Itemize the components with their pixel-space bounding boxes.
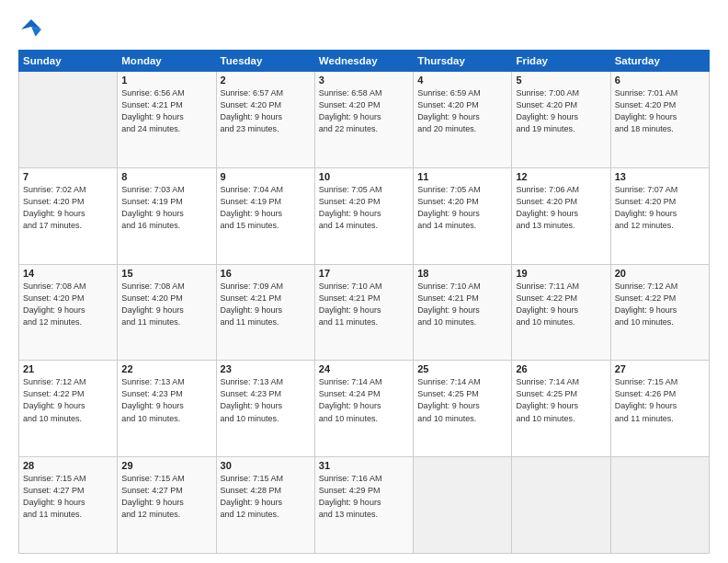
calendar-cell <box>512 457 610 554</box>
weekday-header-row: SundayMondayTuesdayWednesdayThursdayFrid… <box>19 51 710 72</box>
day-number: 14 <box>23 268 113 279</box>
day-number: 4 <box>417 75 507 86</box>
calendar-cell: 6Sunrise: 7:01 AM Sunset: 4:20 PM Daylig… <box>610 72 709 168</box>
calendar-week-3: 14Sunrise: 7:08 AM Sunset: 4:20 PM Dayli… <box>19 264 710 361</box>
day-number: 23 <box>221 363 311 374</box>
weekday-header-sunday: Sunday <box>19 51 118 72</box>
calendar-page: SundayMondayTuesdayWednesdayThursdayFrid… <box>0 0 728 563</box>
calendar-cell: 26Sunrise: 7:14 AM Sunset: 4:25 PM Dayli… <box>512 361 610 457</box>
calendar-cell: 2Sunrise: 6:57 AM Sunset: 4:20 PM Daylig… <box>216 72 314 168</box>
day-info: Sunrise: 7:08 AM Sunset: 4:20 PM Dayligh… <box>23 281 113 328</box>
calendar-cell: 15Sunrise: 7:08 AM Sunset: 4:20 PM Dayli… <box>118 264 216 361</box>
calendar-cell: 16Sunrise: 7:09 AM Sunset: 4:21 PM Dayli… <box>216 264 314 361</box>
weekday-header-tuesday: Tuesday <box>216 51 314 72</box>
weekday-header-monday: Monday <box>118 51 216 72</box>
day-number: 5 <box>516 75 606 86</box>
calendar-cell: 23Sunrise: 7:13 AM Sunset: 4:23 PM Dayli… <box>216 361 314 457</box>
day-number: 12 <box>516 171 606 182</box>
calendar-cell: 5Sunrise: 7:00 AM Sunset: 4:20 PM Daylig… <box>512 72 610 168</box>
day-info: Sunrise: 7:14 AM Sunset: 4:24 PM Dayligh… <box>319 376 409 424</box>
calendar-cell: 8Sunrise: 7:03 AM Sunset: 4:19 PM Daylig… <box>118 167 216 264</box>
calendar-table: SundayMondayTuesdayWednesdayThursdayFrid… <box>18 50 710 554</box>
day-number: 1 <box>121 75 211 86</box>
calendar-cell: 27Sunrise: 7:15 AM Sunset: 4:26 PM Dayli… <box>610 361 709 457</box>
day-info: Sunrise: 7:04 AM Sunset: 4:19 PM Dayligh… <box>221 184 311 232</box>
calendar-cell: 12Sunrise: 7:06 AM Sunset: 4:20 PM Dayli… <box>512 167 610 264</box>
day-number: 31 <box>319 460 409 471</box>
day-number: 24 <box>319 363 409 374</box>
day-info: Sunrise: 7:15 AM Sunset: 4:27 PM Dayligh… <box>121 473 211 521</box>
calendar-cell: 14Sunrise: 7:08 AM Sunset: 4:20 PM Dayli… <box>19 264 118 361</box>
day-number: 3 <box>319 75 409 86</box>
calendar-cell: 3Sunrise: 6:58 AM Sunset: 4:20 PM Daylig… <box>314 72 413 168</box>
day-info: Sunrise: 7:03 AM Sunset: 4:19 PM Dayligh… <box>121 184 211 232</box>
day-number: 22 <box>121 363 211 374</box>
calendar-cell <box>19 72 118 168</box>
day-info: Sunrise: 7:05 AM Sunset: 4:20 PM Dayligh… <box>319 184 409 232</box>
calendar-week-4: 21Sunrise: 7:12 AM Sunset: 4:22 PM Dayli… <box>19 361 710 457</box>
day-info: Sunrise: 7:02 AM Sunset: 4:20 PM Dayligh… <box>23 184 113 232</box>
calendar-cell <box>414 457 512 554</box>
calendar-cell: 20Sunrise: 7:12 AM Sunset: 4:22 PM Dayli… <box>610 264 709 361</box>
day-number: 13 <box>615 171 705 182</box>
day-number: 10 <box>319 171 409 182</box>
calendar-cell: 29Sunrise: 7:15 AM Sunset: 4:27 PM Dayli… <box>118 457 216 554</box>
calendar-cell: 11Sunrise: 7:05 AM Sunset: 4:20 PM Dayli… <box>414 167 512 264</box>
day-number: 19 <box>516 268 606 279</box>
day-number: 2 <box>221 75 311 86</box>
calendar-cell: 10Sunrise: 7:05 AM Sunset: 4:20 PM Dayli… <box>314 167 413 264</box>
day-info: Sunrise: 7:11 AM Sunset: 4:22 PM Dayligh… <box>516 281 606 328</box>
header <box>18 17 710 42</box>
day-number: 30 <box>221 460 311 471</box>
calendar-cell: 22Sunrise: 7:13 AM Sunset: 4:23 PM Dayli… <box>118 361 216 457</box>
day-number: 21 <box>23 363 113 374</box>
day-number: 18 <box>417 268 507 279</box>
day-info: Sunrise: 7:00 AM Sunset: 4:20 PM Dayligh… <box>516 87 606 135</box>
svg-marker-0 <box>21 19 41 29</box>
calendar-cell: 18Sunrise: 7:10 AM Sunset: 4:21 PM Dayli… <box>414 264 512 361</box>
day-info: Sunrise: 7:14 AM Sunset: 4:25 PM Dayligh… <box>417 376 507 424</box>
day-number: 8 <box>121 171 211 182</box>
day-info: Sunrise: 7:07 AM Sunset: 4:20 PM Dayligh… <box>615 184 705 232</box>
weekday-header-wednesday: Wednesday <box>314 51 413 72</box>
day-info: Sunrise: 7:10 AM Sunset: 4:21 PM Dayligh… <box>319 281 409 328</box>
day-number: 20 <box>615 268 705 279</box>
day-number: 11 <box>417 171 507 182</box>
day-info: Sunrise: 6:57 AM Sunset: 4:20 PM Dayligh… <box>221 87 311 135</box>
day-number: 25 <box>417 363 507 374</box>
calendar-cell: 9Sunrise: 7:04 AM Sunset: 4:19 PM Daylig… <box>216 167 314 264</box>
day-info: Sunrise: 7:10 AM Sunset: 4:21 PM Dayligh… <box>417 281 507 328</box>
day-info: Sunrise: 7:08 AM Sunset: 4:20 PM Dayligh… <box>121 281 211 328</box>
weekday-header-thursday: Thursday <box>414 51 512 72</box>
day-info: Sunrise: 7:13 AM Sunset: 4:23 PM Dayligh… <box>121 376 211 424</box>
calendar-week-1: 1Sunrise: 6:56 AM Sunset: 4:21 PM Daylig… <box>19 72 710 168</box>
calendar-cell <box>610 457 709 554</box>
day-info: Sunrise: 6:59 AM Sunset: 4:20 PM Dayligh… <box>417 87 507 135</box>
calendar-week-5: 28Sunrise: 7:15 AM Sunset: 4:27 PM Dayli… <box>19 457 710 554</box>
day-number: 29 <box>121 460 211 471</box>
day-info: Sunrise: 6:58 AM Sunset: 4:20 PM Dayligh… <box>319 87 409 135</box>
calendar-cell: 24Sunrise: 7:14 AM Sunset: 4:24 PM Dayli… <box>314 361 413 457</box>
day-info: Sunrise: 7:09 AM Sunset: 4:21 PM Dayligh… <box>221 281 311 328</box>
calendar-cell: 28Sunrise: 7:15 AM Sunset: 4:27 PM Dayli… <box>19 457 118 554</box>
calendar-cell: 31Sunrise: 7:16 AM Sunset: 4:29 PM Dayli… <box>314 457 413 554</box>
calendar-cell: 19Sunrise: 7:11 AM Sunset: 4:22 PM Dayli… <box>512 264 610 361</box>
calendar-week-2: 7Sunrise: 7:02 AM Sunset: 4:20 PM Daylig… <box>19 167 710 264</box>
day-info: Sunrise: 7:06 AM Sunset: 4:20 PM Dayligh… <box>516 184 606 232</box>
day-info: Sunrise: 7:15 AM Sunset: 4:28 PM Dayligh… <box>221 473 311 521</box>
day-number: 9 <box>221 171 311 182</box>
day-number: 26 <box>516 363 606 374</box>
day-number: 15 <box>121 268 211 279</box>
calendar-cell: 30Sunrise: 7:15 AM Sunset: 4:28 PM Dayli… <box>216 457 314 554</box>
weekday-header-saturday: Saturday <box>610 51 709 72</box>
calendar-cell: 7Sunrise: 7:02 AM Sunset: 4:20 PM Daylig… <box>19 167 118 264</box>
day-info: Sunrise: 7:12 AM Sunset: 4:22 PM Dayligh… <box>615 281 705 328</box>
day-number: 27 <box>615 363 705 374</box>
day-info: Sunrise: 6:56 AM Sunset: 4:21 PM Dayligh… <box>121 87 211 135</box>
day-number: 6 <box>615 75 705 86</box>
calendar-cell: 4Sunrise: 6:59 AM Sunset: 4:20 PM Daylig… <box>414 72 512 168</box>
day-info: Sunrise: 7:15 AM Sunset: 4:27 PM Dayligh… <box>23 473 113 521</box>
day-info: Sunrise: 7:01 AM Sunset: 4:20 PM Dayligh… <box>615 87 705 135</box>
calendar-header: SundayMondayTuesdayWednesdayThursdayFrid… <box>19 51 710 72</box>
day-number: 7 <box>23 171 113 182</box>
